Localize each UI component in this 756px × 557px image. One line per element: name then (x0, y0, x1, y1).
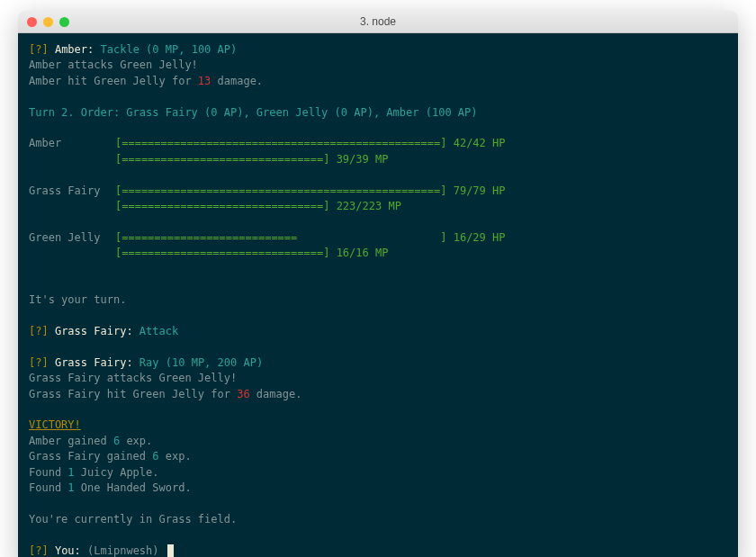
stat-row: [===============================] 39/39 … (29, 152, 727, 167)
minimize-icon[interactable] (43, 17, 53, 27)
prompt-marker: [?] (29, 544, 49, 557)
blank-line (29, 339, 727, 355)
loot-qty: 1 (68, 466, 74, 479)
stat-name: Amber (29, 136, 115, 151)
zoom-icon[interactable] (59, 17, 69, 27)
exp-line: Amber gained 6 exp. (29, 434, 727, 449)
actor-label: Grass Fairy: (55, 325, 133, 337)
exp-value: 6 (152, 450, 158, 463)
mp-bar: [===============================] 223/22… (115, 199, 401, 214)
traffic-lights (18, 17, 69, 27)
loot-qty: 1 (68, 481, 74, 494)
mp-bar: [===============================] 39/39 … (115, 152, 388, 167)
turn-line: Turn 2. Order: Grass Fairy (0 AP), Green… (29, 105, 727, 121)
exp-line: Grass Fairy gained 6 exp. (29, 449, 727, 464)
combat-line: Amber hit Green Jelly for 13 damage. (29, 74, 727, 89)
blank-line (29, 214, 727, 229)
choice-label: Attack (140, 325, 178, 337)
blank-line (29, 277, 727, 292)
blank-line (29, 167, 727, 183)
actor-label: You: (55, 544, 81, 557)
actor-label: Grass Fairy: (55, 356, 133, 369)
loot-line: Found 1 Juicy Apple. (29, 465, 727, 481)
choice-label: Ray (10 MP, 200 AP) (140, 356, 263, 369)
input-hint: (Lmipnwesh) (87, 544, 158, 557)
stat-row: Green Jelly [===========================… (29, 230, 727, 246)
stat-row: [===============================] 223/22… (29, 199, 727, 214)
stat-row: Grass Fairy [===========================… (29, 184, 727, 199)
input-line[interactable]: [?] You: (Lmipnwesh) (29, 544, 727, 558)
victory-line: VICTORY! (29, 418, 727, 433)
damage-value: 13 (198, 75, 211, 87)
stat-row: [===============================] 16/16 … (29, 246, 727, 261)
combat-line: Grass Fairy attacks Green Jelly! (29, 371, 727, 386)
blank-line (29, 527, 727, 543)
terminal-body[interactable]: [?] Amber: Tackle (0 MP, 100 AP) Amber a… (18, 33, 738, 557)
blank-line (29, 121, 727, 136)
blank-line (29, 261, 727, 276)
hp-bar: [=======================================… (115, 136, 505, 151)
cursor-icon (167, 544, 174, 557)
your-turn-line: It's your turn. (29, 292, 727, 308)
prompt-marker: [?] (29, 325, 49, 337)
combat-line: Grass Fairy hit Green Jelly for 36 damag… (29, 387, 727, 402)
combat-line: [?] Amber: Tackle (0 MP, 100 AP) (29, 42, 727, 58)
stat-row: Amber [=================================… (29, 136, 727, 151)
loot-line: Found 1 One Handed Sword. (29, 481, 727, 496)
hp-bar: [=========================== ] 16/29 HP (115, 230, 505, 246)
hp-bar: [=======================================… (115, 184, 505, 199)
damage-value: 36 (237, 388, 249, 400)
combat-line: Amber attacks Green Jelly! (29, 58, 727, 73)
prompt-marker: [?] (29, 43, 49, 56)
stat-name: Grass Fairy (29, 184, 115, 199)
titlebar: 3. node (18, 11, 738, 33)
mp-bar: [===============================] 16/16 … (115, 246, 388, 261)
blank-line (29, 496, 727, 511)
close-icon[interactable] (27, 17, 37, 27)
prompt-marker: [?] (29, 356, 49, 369)
skill-label: Tackle (0 MP, 100 AP) (101, 43, 238, 56)
blank-line (29, 402, 727, 418)
stat-name: Green Jelly (29, 230, 115, 246)
location-line: You're currently in Grass field. (29, 512, 727, 527)
prompt-line: [?] Grass Fairy: Attack (29, 324, 727, 339)
blank-line (29, 309, 727, 324)
terminal-window: 3. node [?] Amber: Tackle (0 MP, 100 AP)… (18, 11, 738, 557)
prompt-line: [?] Grass Fairy: Ray (10 MP, 200 AP) (29, 355, 727, 371)
blank-line (29, 89, 727, 104)
actor-label: Amber: (55, 43, 94, 56)
window-title: 3. node (18, 15, 738, 28)
